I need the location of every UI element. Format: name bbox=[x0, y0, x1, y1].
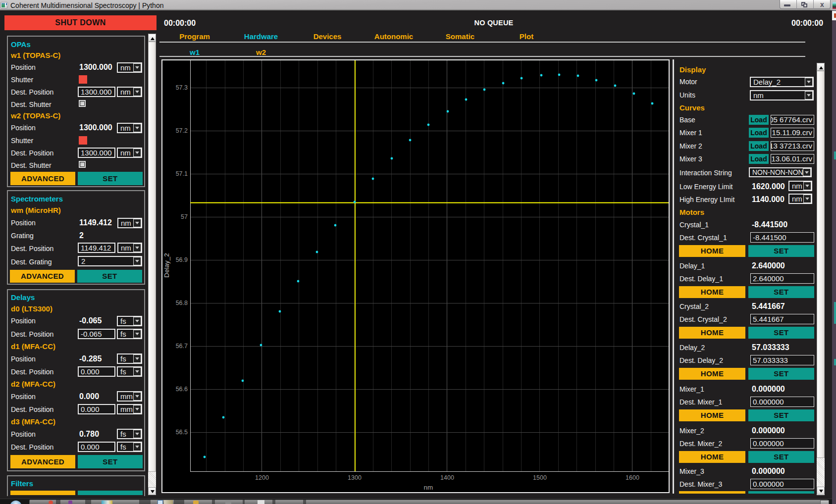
svg-text:1400: 1400 bbox=[440, 474, 454, 481]
svg-text:56.9: 56.9 bbox=[176, 256, 188, 263]
svg-text:56.5: 56.5 bbox=[176, 429, 188, 436]
svg-text:nm: nm bbox=[424, 484, 433, 491]
svg-text:57.3: 57.3 bbox=[176, 84, 188, 91]
svg-text:56.6: 56.6 bbox=[176, 386, 188, 393]
svg-text:57.1: 57.1 bbox=[176, 170, 188, 177]
svg-text:1600: 1600 bbox=[626, 474, 639, 481]
svg-text:56.7: 56.7 bbox=[176, 343, 188, 350]
svg-text:1200: 1200 bbox=[255, 474, 269, 481]
svg-text:57.2: 57.2 bbox=[176, 127, 188, 134]
svg-text:1500: 1500 bbox=[533, 474, 547, 481]
svg-text:1300: 1300 bbox=[348, 474, 362, 481]
svg-text:56.8: 56.8 bbox=[176, 300, 188, 306]
svg-text:57: 57 bbox=[181, 213, 188, 220]
svg-text:Delay_2: Delay_2 bbox=[163, 253, 170, 278]
